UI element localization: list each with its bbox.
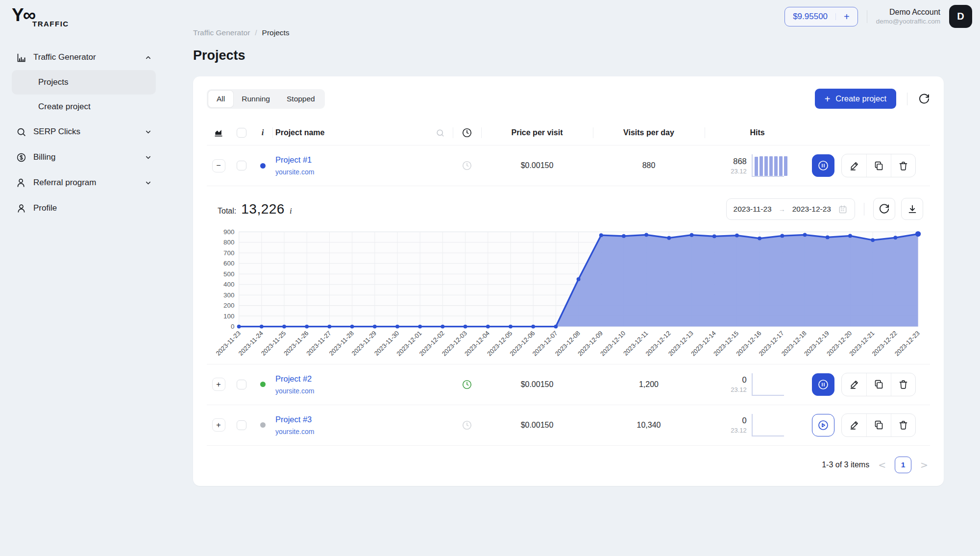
- main-content: Traffic Generator / Projects Projects Al…: [193, 28, 944, 486]
- sidebar-item-projects[interactable]: Projects: [12, 70, 156, 95]
- area-chart-icon[interactable]: [207, 128, 230, 138]
- table-header: i Project name Price per visit Visits pe…: [207, 121, 930, 145]
- balance-amount: $9.95500: [785, 12, 835, 22]
- avatar[interactable]: D: [949, 5, 972, 28]
- sidebar-item-serp-clicks[interactable]: SERP Clicks: [12, 119, 156, 145]
- expand-row-button[interactable]: +: [212, 418, 225, 432]
- app-logo[interactable]: Y∞ TRAFFIC: [12, 6, 156, 28]
- svg-text:600: 600: [223, 260, 234, 267]
- duplicate-button[interactable]: [866, 414, 891, 436]
- date-to[interactable]: 2023-12-23: [792, 205, 831, 214]
- collapse-row-button[interactable]: −: [212, 159, 225, 172]
- project-name-link[interactable]: Project #1: [275, 155, 453, 165]
- tab-running[interactable]: Running: [233, 91, 278, 107]
- table-row: − Project #1 yoursite.com $0.00150 880 8…: [207, 145, 930, 186]
- add-funds-icon[interactable]: +: [835, 13, 858, 20]
- project-name-link[interactable]: Project #2: [275, 374, 453, 384]
- sidebar-item-billing[interactable]: Billing: [12, 145, 156, 170]
- pagination-page-1[interactable]: 1: [895, 457, 911, 473]
- edit-button[interactable]: [842, 154, 866, 177]
- duplicate-button[interactable]: [866, 154, 891, 177]
- pagination-next[interactable]: >: [919, 459, 929, 470]
- dollar-circle-icon: [16, 152, 26, 163]
- row-checkbox[interactable]: [237, 161, 246, 170]
- info-icon[interactable]: i: [290, 206, 292, 216]
- breadcrumb-parent[interactable]: Traffic Generator: [193, 28, 250, 37]
- clock-icon[interactable]: [462, 420, 472, 431]
- search-icon[interactable]: [436, 128, 445, 138]
- topbar: $9.95500 + Demo Account demo@yootraffic.…: [784, 5, 972, 28]
- delete-button[interactable]: [891, 373, 915, 396]
- visits-header[interactable]: Visits per day: [593, 128, 705, 137]
- price-header[interactable]: Price per visit: [481, 128, 593, 137]
- date-from[interactable]: 2023-11-23: [734, 205, 772, 214]
- play-button[interactable]: [812, 414, 834, 436]
- row-checkbox[interactable]: [237, 380, 246, 389]
- expand-row-button[interactable]: +: [212, 378, 225, 391]
- pause-button[interactable]: [812, 373, 834, 396]
- row-action-group: [841, 413, 916, 437]
- tab-all[interactable]: All: [208, 91, 233, 107]
- sidebar-item-create-project[interactable]: Create project: [12, 95, 156, 119]
- breadcrumb-separator: /: [255, 28, 257, 37]
- chevron-down-icon: [145, 128, 152, 136]
- chevron-up-icon: [145, 54, 152, 61]
- hits-header[interactable]: Hits: [705, 128, 810, 137]
- clock-icon[interactable]: [462, 127, 472, 138]
- project-domain-link[interactable]: yoursite.com: [275, 168, 453, 176]
- toolbar-right: + Create project: [815, 89, 930, 109]
- project-name-header: Project name: [272, 128, 453, 138]
- project-domain-link[interactable]: yoursite.com: [275, 428, 453, 435]
- search-icon: [16, 126, 26, 137]
- bar-chart-icon: [16, 52, 26, 63]
- breadcrumb-current: Projects: [262, 28, 290, 37]
- topbar-divider: [867, 10, 867, 23]
- svg-text:500: 500: [223, 270, 234, 278]
- tab-stopped[interactable]: Stopped: [278, 91, 323, 107]
- date-range-picker[interactable]: 2023-11-23 → 2023-12-23: [726, 198, 855, 220]
- pause-button[interactable]: [812, 154, 834, 177]
- project-name-link[interactable]: Project #3: [275, 415, 453, 424]
- refresh-icon[interactable]: [918, 93, 930, 105]
- schedule-column-header: [453, 127, 481, 138]
- clock-icon[interactable]: [462, 160, 472, 171]
- account-name: Demo Account: [876, 8, 940, 17]
- delete-button[interactable]: [891, 414, 915, 436]
- balance-button[interactable]: $9.95500 +: [784, 7, 858, 26]
- svg-text:800: 800: [223, 239, 234, 246]
- sidebar-item-referral-program[interactable]: Referral program: [12, 170, 156, 195]
- svg-text:900: 900: [223, 228, 234, 236]
- select-all-checkbox[interactable]: [237, 128, 246, 138]
- hits-date: 23.12: [731, 386, 747, 393]
- svg-text:400: 400: [223, 281, 234, 288]
- visits-cell: 1,200: [593, 380, 705, 389]
- duplicate-button[interactable]: [866, 373, 891, 396]
- chart-refresh-button[interactable]: [873, 198, 895, 220]
- page-title: Projects: [193, 48, 944, 63]
- hits-date: 23.12: [731, 168, 747, 175]
- download-button[interactable]: [901, 198, 923, 220]
- sidebar-item-label: Billing: [33, 152, 55, 162]
- hits-value: 868: [731, 157, 747, 166]
- range-divider: [864, 203, 864, 216]
- edit-button[interactable]: [842, 373, 866, 396]
- projects-card: All Running Stopped + Create project: [193, 76, 944, 486]
- delete-button[interactable]: [891, 154, 915, 177]
- clock-icon[interactable]: [462, 379, 472, 390]
- sidebar-item-profile[interactable]: Profile: [12, 195, 156, 221]
- sidebar-item-traffic-generator[interactable]: Traffic Generator: [12, 45, 156, 70]
- edit-button[interactable]: [842, 414, 866, 436]
- row-action-group: [841, 373, 916, 396]
- row-checkbox[interactable]: [237, 420, 246, 430]
- sidebar-item-label: Traffic Generator: [33, 52, 96, 62]
- create-project-button[interactable]: + Create project: [815, 89, 896, 109]
- pagination-prev[interactable]: <: [877, 459, 887, 470]
- person-plus-icon: [16, 177, 26, 188]
- account-info[interactable]: Demo Account demo@yootraffic.com: [876, 8, 940, 25]
- hits-sparkline: [752, 154, 784, 177]
- hits-date: 23.12: [731, 427, 747, 434]
- project-domain-link[interactable]: yoursite.com: [275, 387, 453, 395]
- calendar-icon: [838, 204, 848, 214]
- filter-tabs: All Running Stopped: [207, 89, 325, 109]
- table-footer: 1-3 of 3 items < 1 >: [207, 446, 930, 478]
